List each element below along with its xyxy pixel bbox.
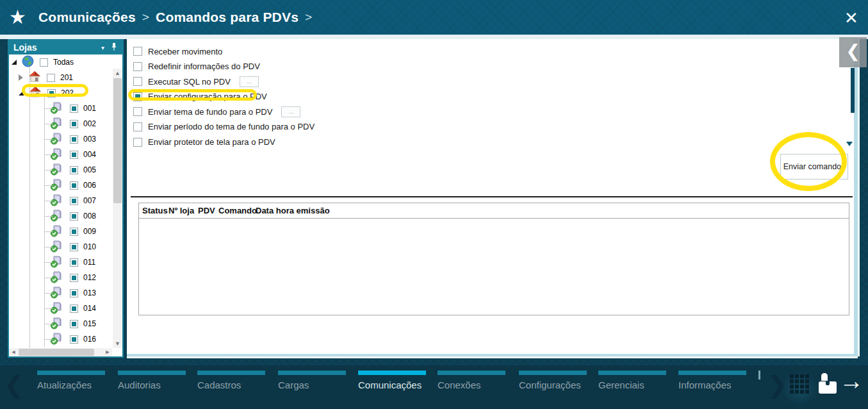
column-header-pdv[interactable]: PDV bbox=[198, 206, 215, 215]
tree-item-pdv[interactable]: 006 bbox=[9, 178, 96, 193]
tree-item-pdv[interactable]: 007 bbox=[9, 193, 96, 208]
scroll-right-icon[interactable]: ► bbox=[103, 348, 112, 356]
tree-item-pdv[interactable]: 002 bbox=[9, 116, 96, 131]
checkbox-pdv[interactable] bbox=[70, 104, 78, 113]
tree-item-todas[interactable]: Todas bbox=[9, 54, 74, 70]
tree-connector bbox=[44, 308, 53, 309]
tree-item-pdv[interactable]: 011 bbox=[9, 255, 95, 270]
collapse-panel-button[interactable]: ❮ bbox=[839, 37, 867, 67]
close-icon[interactable]: ✕ bbox=[840, 8, 862, 28]
expander-open-icon[interactable] bbox=[12, 60, 17, 65]
tree-item-pdv[interactable]: 012 bbox=[9, 270, 96, 285]
scrollbar-thumb[interactable] bbox=[19, 349, 94, 356]
checkbox-pdv[interactable] bbox=[70, 197, 78, 205]
nav-item-configuracoes[interactable]: Configurações bbox=[519, 371, 587, 390]
nav-item-auditorias[interactable]: Auditorias bbox=[118, 371, 186, 390]
tree-item-pdv[interactable]: 003 bbox=[9, 131, 96, 147]
checkbox-todas[interactable] bbox=[40, 58, 48, 67]
enviar-comandos-button[interactable]: Enviar comandos bbox=[780, 154, 848, 179]
tree-item-202[interactable]: 202 bbox=[9, 85, 74, 101]
checkbox-pdv[interactable] bbox=[70, 289, 78, 297]
scroll-left-icon[interactable]: ◄ bbox=[9, 348, 18, 356]
lojas-panel: Lojas ▾ Todas bbox=[8, 39, 124, 358]
tree-label-pdv: 016 bbox=[83, 335, 96, 344]
scrollbar-thumb[interactable] bbox=[113, 78, 122, 203]
nav-item-conexoes[interactable]: Conexões bbox=[438, 371, 505, 390]
command-checkbox[interactable] bbox=[133, 62, 142, 71]
chevron-down-icon[interactable]: ▾ bbox=[101, 44, 104, 51]
nav-item-atualizacoes[interactable]: Atualizações bbox=[37, 371, 105, 390]
column-header-no-loja[interactable]: Nº loja bbox=[168, 206, 194, 215]
expander-open-icon[interactable] bbox=[19, 90, 24, 96]
column-header-data-hora-emissao[interactable]: Data hora emissão bbox=[256, 206, 330, 215]
tree-item-pdv[interactable]: 010 bbox=[9, 239, 96, 255]
nav-item-cadastros[interactable]: Cadastros bbox=[197, 371, 265, 390]
nav-item-comunicacoes[interactable]: Comunicações bbox=[358, 371, 426, 390]
checkbox-pdv[interactable] bbox=[70, 274, 78, 282]
column-header-status[interactable]: Status bbox=[142, 206, 168, 215]
checkbox-pdv[interactable] bbox=[70, 151, 78, 159]
nav-item-cargas[interactable]: Cargas bbox=[278, 371, 346, 390]
command-checkbox[interactable] bbox=[133, 122, 142, 131]
tree-item-pdv[interactable]: 015 bbox=[9, 316, 96, 331]
menu-grid-icon[interactable] bbox=[790, 374, 810, 394]
expander-closed-icon[interactable] bbox=[19, 74, 23, 81]
tree-vertical-scrollbar[interactable]: ▲ ▼ bbox=[113, 69, 122, 348]
checkbox-202[interactable] bbox=[47, 89, 56, 97]
pin-icon[interactable] bbox=[111, 42, 117, 53]
checkbox-pdv[interactable] bbox=[70, 120, 78, 128]
tree-connector bbox=[44, 108, 53, 109]
chevron-down-icon[interactable] bbox=[846, 142, 853, 146]
checkbox-pdv[interactable] bbox=[70, 135, 78, 144]
tree-item-pdv[interactable]: 008 bbox=[9, 208, 96, 224]
tree-item-pdv[interactable]: 009 bbox=[9, 224, 96, 239]
tree-item-pdv[interactable]: 001 bbox=[9, 101, 96, 116]
tree-item-pdv[interactable]: 005 bbox=[9, 162, 96, 178]
tree-label-202: 202 bbox=[61, 88, 74, 97]
tree-connector bbox=[44, 185, 53, 186]
more-options-button[interactable]: ... bbox=[281, 106, 300, 117]
tree-item-201[interactable]: 201 bbox=[9, 70, 73, 85]
breadcrumb-item-comandos-para-pdvs[interactable]: Comandos para PDVs bbox=[156, 10, 299, 25]
checkbox-pdv[interactable] bbox=[70, 212, 78, 221]
nav-item-informacoes[interactable]: Informações bbox=[678, 371, 746, 390]
command-row: Redefinir informações do PDV bbox=[133, 60, 315, 73]
command-checkbox[interactable] bbox=[133, 138, 142, 147]
command-checkbox-list: Receber movimento Redefinir informações … bbox=[133, 45, 315, 151]
more-options-button[interactable]: ... bbox=[240, 76, 259, 87]
nav-item-label: Gerenciais bbox=[598, 380, 666, 390]
lock-icon[interactable] bbox=[819, 373, 837, 394]
command-checkbox[interactable] bbox=[133, 107, 142, 116]
nav-item-label: Conexões bbox=[438, 380, 505, 390]
command-label: Receber movimento bbox=[148, 47, 222, 56]
checkbox-pdv[interactable] bbox=[70, 258, 78, 267]
tree-label-pdv: 013 bbox=[83, 288, 96, 297]
tree-item-pdv[interactable]: 014 bbox=[9, 301, 96, 316]
command-checkbox[interactable] bbox=[133, 47, 142, 56]
exit-arrow-icon[interactable]: → bbox=[839, 367, 864, 395]
panel-scroll-indicator[interactable] bbox=[851, 68, 855, 113]
tree-connector bbox=[44, 293, 53, 294]
command-checkbox[interactable] bbox=[133, 77, 142, 86]
checkbox-pdv[interactable] bbox=[70, 320, 78, 328]
tree-item-pdv[interactable]: 004 bbox=[9, 147, 96, 162]
checkbox-pdv[interactable] bbox=[70, 181, 78, 190]
command-checkbox[interactable] bbox=[133, 92, 142, 101]
checkbox-pdv[interactable] bbox=[70, 228, 78, 236]
column-header-comando[interactable]: Comando bbox=[218, 206, 257, 215]
nav-item-gerenciais[interactable]: Gerenciais bbox=[598, 371, 666, 390]
command-row: Enviar período do tema de fundo para o P… bbox=[133, 121, 315, 133]
lojas-panel-header: Lojas ▾ bbox=[9, 40, 122, 54]
tree-item-pdv[interactable]: 016 bbox=[9, 331, 96, 347]
breadcrumb-item-comunicacoes[interactable]: Comunicações bbox=[38, 10, 136, 25]
scroll-down-icon[interactable]: ▼ bbox=[113, 339, 122, 348]
checkbox-pdv[interactable] bbox=[70, 335, 78, 344]
nav-scroll-left-icon[interactable]: ❮ bbox=[4, 371, 24, 399]
scroll-up-icon[interactable]: ▲ bbox=[113, 69, 122, 78]
tree-horizontal-scrollbar[interactable]: ◄ ► bbox=[9, 348, 112, 356]
checkbox-pdv[interactable] bbox=[70, 166, 78, 174]
checkbox-pdv[interactable] bbox=[70, 305, 78, 313]
checkbox-201[interactable] bbox=[47, 74, 55, 82]
checkbox-pdv[interactable] bbox=[70, 243, 78, 251]
tree-item-pdv[interactable]: 013 bbox=[9, 285, 96, 301]
